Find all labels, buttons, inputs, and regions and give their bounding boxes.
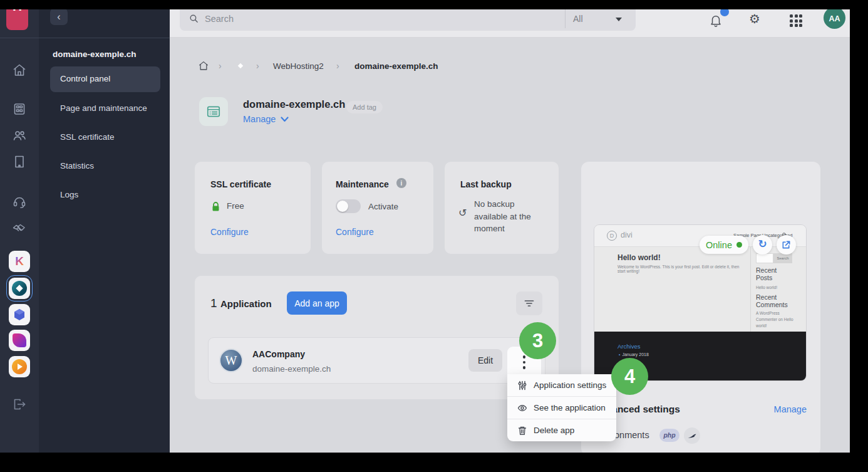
add-tag-button[interactable]: Add tag <box>346 101 383 113</box>
advanced-settings-manage-link[interactable]: Manage <box>772 404 807 414</box>
app-grid-icon[interactable] <box>790 14 803 28</box>
apache-bird-icon <box>684 427 700 444</box>
sidebar-item-ssl[interactable]: SSL certificate <box>60 131 160 144</box>
preview-recent-posts-title: Recent Posts <box>756 267 795 281</box>
search-scope-select[interactable]: All <box>573 14 583 24</box>
preview-post-title: Hello world! <box>617 253 661 262</box>
ssl-card-title: SSL certificate <box>210 179 271 189</box>
sidebar-divider <box>0 38 170 38</box>
menu-item-delete-app[interactable]: Delete app <box>507 419 616 441</box>
brand-logo[interactable]: H <box>6 9 28 30</box>
manage-domain-link[interactable]: Manage <box>243 114 289 124</box>
application-domain: domaine-exemple.ch <box>252 364 331 374</box>
preview-post-body: Welcome to WordPress. This is your first… <box>617 265 740 273</box>
breadcrumb-product-icon[interactable] <box>235 60 246 71</box>
status-badge-online: Online <box>700 236 748 254</box>
edit-app-button[interactable]: Edit <box>468 349 502 372</box>
app-media-tile[interactable] <box>9 356 30 377</box>
online-label: Online <box>706 240 732 250</box>
logout-icon[interactable] <box>12 397 27 412</box>
partner-icon[interactable] <box>12 221 27 236</box>
breadcrumb-webhosting[interactable]: WebHosting2 <box>273 61 324 71</box>
cube-icon <box>13 308 26 322</box>
breadcrumb-separator: › <box>219 61 222 71</box>
maintenance-toggle-label: Activate <box>368 202 398 211</box>
app-cube-tile[interactable] <box>9 304 30 325</box>
external-link-icon <box>782 240 791 249</box>
app-kdrive-tile[interactable]: K <box>9 251 30 272</box>
menu-item-application-settings[interactable]: Application settings <box>507 374 616 396</box>
maintenance-card-title: Maintenance <box>336 179 389 189</box>
billing-icon[interactable] <box>12 102 27 117</box>
preview-recent-posts-item: Hello world! <box>756 285 801 291</box>
sidebar-item-page-maintenance[interactable]: Page and maintenance <box>60 102 160 115</box>
open-site-button[interactable] <box>777 235 796 254</box>
breadcrumb-separator: › <box>256 61 259 71</box>
ssl-configure-link[interactable]: Configure <box>210 227 249 237</box>
kebab-menu-icon <box>523 355 526 369</box>
app-hosting-tile-selected[interactable] <box>9 278 30 299</box>
organization-icon[interactable] <box>12 154 27 169</box>
support-icon[interactable] <box>12 194 27 209</box>
letterbox-background: H K ‹ domaine-exemple.ch Control panel P… <box>0 0 868 472</box>
menu-item-see-application[interactable]: See the application <box>507 397 616 419</box>
app-window: H K ‹ domaine-exemple.ch Control panel P… <box>0 9 850 453</box>
breadcrumb-current-domain: domaine-exemple.ch <box>354 61 438 71</box>
gear-icon[interactable]: ⚙ <box>749 12 763 26</box>
wordpress-icon: W <box>219 349 243 372</box>
app-phone-tile[interactable] <box>9 330 30 351</box>
search-input[interactable]: Search All <box>180 9 636 31</box>
refresh-icon: ↻ <box>758 239 767 251</box>
trash-icon <box>517 426 527 436</box>
add-app-button[interactable]: Add an app <box>287 291 347 315</box>
users-icon[interactable] <box>12 128 27 143</box>
backup-card-title: Last backup <box>460 179 512 189</box>
maintenance-toggle[interactable] <box>336 199 361 213</box>
media-play-icon <box>12 359 27 374</box>
maintenance-card: Maintenance i Activate Configure <box>322 162 433 254</box>
preview-search-button: Search <box>773 253 792 263</box>
eye-icon <box>517 403 527 413</box>
notifications-bell-icon[interactable] <box>709 14 723 28</box>
history-icon: ↺ <box>458 207 467 219</box>
ssl-status: Free <box>227 201 244 211</box>
filter-button[interactable] <box>516 291 542 315</box>
sidebar-item-statistics[interactable]: Statistics <box>60 160 160 172</box>
php-badge: php <box>659 429 679 442</box>
menu-item-label: Delete app <box>534 426 574 435</box>
application-name: AACompany <box>252 349 305 359</box>
ssl-card: SSL certificate Free Configure <box>195 162 311 254</box>
applications-count: 1 <box>210 296 217 310</box>
breadcrumb-home-icon[interactable] <box>198 60 209 74</box>
backup-card: Last backup ↺ No backup available at the… <box>445 162 559 254</box>
hosting-icon <box>12 281 27 296</box>
preview-recent-comments-item: A WordPress Commenter on Hello world! <box>756 310 801 328</box>
breadcrumb-separator: › <box>336 61 339 71</box>
home-icon[interactable] <box>12 63 27 78</box>
preview-divider <box>750 247 751 332</box>
context-menu: Application settings See the application… <box>507 374 616 441</box>
sidebar-item-control-panel-label[interactable]: Control panel <box>60 73 160 85</box>
lock-icon <box>210 201 221 212</box>
sliders-icon <box>517 380 527 391</box>
back-button[interactable]: ‹ <box>50 9 68 25</box>
divi-logo-icon: D <box>607 231 617 241</box>
online-dot-icon <box>736 242 742 248</box>
maintenance-configure-link[interactable]: Configure <box>336 227 374 237</box>
sidebar-item-logs[interactable]: Logs <box>60 189 160 201</box>
refresh-preview-button[interactable]: ↻ <box>753 235 772 254</box>
info-icon[interactable]: i <box>396 178 406 188</box>
domain-page-icon <box>199 97 228 126</box>
preview-search-field <box>756 253 773 263</box>
divi-logo-text: divi <box>621 231 633 239</box>
phone-app-icon <box>13 333 26 347</box>
brand-letter: H <box>6 9 28 14</box>
step-badge-3: 3 <box>519 322 556 359</box>
kdrive-icon: K <box>15 254 24 268</box>
preview-archives-title: Archives <box>617 343 640 350</box>
manage-label: Manage <box>243 114 276 124</box>
sidebar-domain-title: domaine-exemple.ch <box>53 50 137 59</box>
applications-count-label: Application <box>220 298 272 309</box>
step-badge-4: 4 <box>611 358 648 395</box>
search-placeholder: Search <box>205 14 234 24</box>
